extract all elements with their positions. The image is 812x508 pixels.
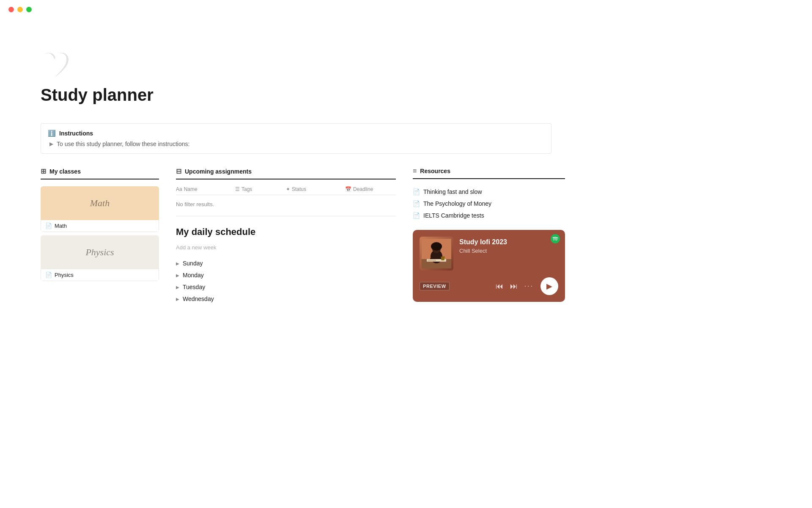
sunday-label: Sunday: [183, 260, 203, 267]
resource-doc-icon-3: 📄: [413, 212, 420, 219]
status-col-label: Status: [292, 186, 306, 192]
resources-header: ≡ Resources: [413, 167, 565, 179]
name-col-type-icon: Aa: [176, 186, 182, 192]
schedule-wednesday[interactable]: ▶ Wednesday: [176, 293, 396, 305]
math-card-label: 📄 Math: [41, 220, 159, 232]
spotify-prev-button[interactable]: ⏮: [496, 282, 503, 291]
deadline-col-icon: 📅: [345, 186, 351, 192]
instructions-text: To use this study planner, follow these …: [57, 141, 189, 147]
name-col-label: Name: [184, 186, 198, 192]
resources-column: ≡ Resources 📄 Thinking fast and slow 📄 T…: [413, 167, 565, 302]
assignments-table-header: Aa Name ☰ Tags ✦ Status 📅 Deadline: [176, 186, 396, 195]
instructions-title: Instructions: [59, 130, 93, 137]
schedule-tuesday[interactable]: ▶ Tuesday: [176, 281, 396, 293]
resource-title-2: The Psychology of Money: [423, 200, 491, 207]
monday-arrow-icon: ▶: [176, 273, 179, 278]
resource-doc-icon-2: 📄: [413, 200, 420, 207]
assignments-header: ⊟ Upcoming assignments: [176, 167, 396, 179]
spotify-playback-buttons: ⏮ ⏭ ··· ▶: [496, 277, 558, 295]
math-card-image: Math: [41, 186, 159, 220]
schedule-monday[interactable]: ▶ Monday: [176, 269, 396, 281]
physics-label-text: Physics: [55, 272, 74, 278]
deadline-col-label: Deadline: [353, 186, 373, 192]
math-label-text: Math: [55, 223, 67, 229]
no-results-text: No filter results.: [176, 198, 396, 216]
my-classes-label: My classes: [49, 168, 81, 175]
close-button[interactable]: [8, 7, 14, 12]
tuesday-arrow-icon: ▶: [176, 285, 179, 290]
page-icon: 🤍: [41, 51, 551, 79]
assignments-table-icon: ⊟: [176, 167, 181, 175]
col-header-deadline: 📅 Deadline: [345, 186, 396, 192]
spotify-card: Study lofi 2023 Chill Select PREVIEW: [413, 230, 565, 302]
tuesday-label: Tuesday: [183, 284, 205, 290]
spotify-info: Study lofi 2023 Chill Select: [459, 237, 507, 254]
spotify-preview-badge: PREVIEW: [420, 282, 450, 290]
add-week-button[interactable]: Add a new week: [176, 243, 396, 252]
physics-card-label: 📄 Physics: [41, 269, 159, 281]
page-title: Study planner: [41, 86, 551, 105]
svg-rect-7: [428, 260, 436, 261]
my-classes-header: ⊞ My classes: [41, 167, 159, 179]
sunday-arrow-icon: ▶: [176, 261, 179, 266]
doc-icon: 📄: [45, 223, 52, 229]
hero-area: 🤍 Study planner: [41, 25, 551, 123]
traffic-lights: [0, 0, 40, 19]
spotify-top: Study lofi 2023 Chill Select: [420, 237, 558, 271]
schedule-sunday[interactable]: ▶ Sunday: [176, 257, 396, 269]
spotify-track-subtitle: Chill Select: [459, 248, 507, 254]
resource-item-1[interactable]: 📄 Thinking fast and slow: [413, 186, 565, 198]
assignments-label: Upcoming assignments: [185, 168, 252, 175]
col-header-tags: ☰ Tags: [235, 186, 286, 192]
resource-item-3[interactable]: 📄 IELTS Cambridge tests: [413, 210, 565, 221]
class-card-math[interactable]: Math 📄 Math: [41, 186, 159, 232]
tags-col-label: Tags: [241, 186, 252, 192]
instructions-header: ℹ️ Instructions: [48, 130, 544, 137]
resource-title-1: Thinking fast and slow: [423, 188, 482, 195]
svg-point-4: [431, 242, 442, 251]
main-columns: ⊞ My classes Math 📄 Math Physics 📄 Physi…: [41, 167, 551, 305]
my-classes-column: ⊞ My classes Math 📄 Math Physics 📄 Physi…: [41, 167, 159, 284]
info-icon: ℹ️: [48, 130, 56, 137]
svg-rect-9: [441, 257, 445, 257]
col-header-status: ✦ Status: [286, 186, 345, 192]
instructions-block: ℹ️ Instructions ▶ To use this study plan…: [41, 123, 551, 154]
resources-label: Resources: [420, 168, 450, 174]
assignments-column: ⊟ Upcoming assignments Aa Name ☰ Tags ✦ …: [176, 167, 396, 305]
tags-col-icon: ☰: [235, 186, 240, 192]
spotify-logo-icon: [551, 234, 560, 246]
spotify-play-button[interactable]: ▶: [540, 277, 558, 295]
physics-card-image: Physics: [41, 235, 159, 269]
instructions-body: ▶ To use this study planner, follow thes…: [48, 141, 544, 147]
expand-arrow-icon[interactable]: ▶: [49, 141, 53, 147]
resource-doc-icon-1: 📄: [413, 188, 420, 195]
spotify-track-title: Study lofi 2023: [459, 238, 507, 246]
spotify-thumbnail: [420, 237, 453, 271]
daily-schedule-title: My daily schedule: [176, 226, 396, 237]
daily-schedule-section: My daily schedule Add a new week ▶ Sunda…: [176, 226, 396, 305]
spotify-controls: PREVIEW ⏮ ⏭ ··· ▶: [420, 277, 558, 295]
col-header-name: Aa Name: [176, 186, 235, 192]
resource-item-2[interactable]: 📄 The Psychology of Money: [413, 198, 565, 210]
status-col-icon: ✦: [286, 186, 290, 192]
resources-list-icon: ≡: [413, 167, 417, 175]
play-icon: ▶: [546, 282, 552, 291]
resource-title-3: IELTS Cambridge tests: [423, 212, 484, 219]
maximize-button[interactable]: [26, 7, 32, 12]
wednesday-label: Wednesday: [183, 295, 214, 302]
spotify-more-icon[interactable]: ···: [524, 282, 534, 290]
class-card-physics[interactable]: Physics 📄 Physics: [41, 235, 159, 281]
monday-label: Monday: [183, 272, 204, 279]
minimize-button[interactable]: [17, 7, 23, 12]
spotify-next-button[interactable]: ⏭: [510, 282, 518, 291]
wednesday-arrow-icon: ▶: [176, 297, 179, 301]
classes-grid-icon: ⊞: [41, 167, 46, 175]
doc-icon-physics: 📄: [45, 272, 52, 278]
